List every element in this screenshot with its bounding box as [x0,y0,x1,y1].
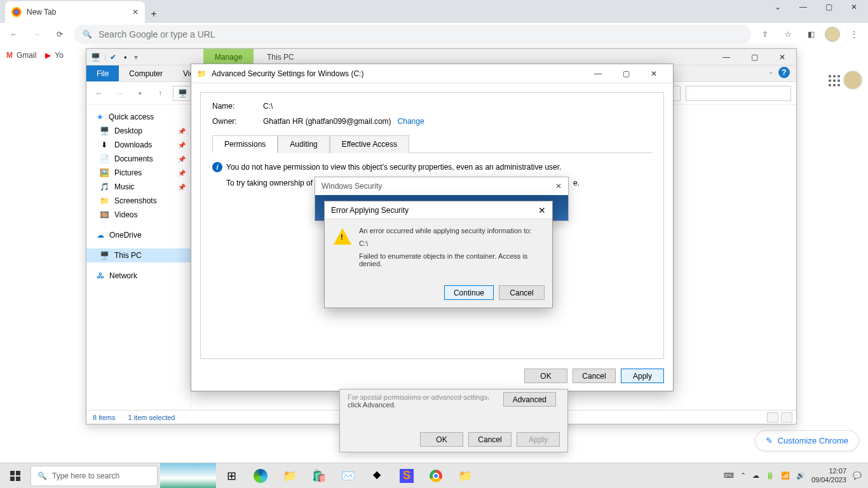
tab-effective-access[interactable]: Effective Access [330,135,409,153]
keyboard-icon[interactable]: ⌨ [724,471,734,480]
qat-dropdown-icon[interactable]: ▾ [134,53,138,62]
info-icon: i [212,162,222,172]
apply-button[interactable]: Apply [621,369,664,383]
customize-chrome-button[interactable]: ✎ Customize Chrome [755,430,859,451]
error-close-button[interactable]: ✕ [538,205,546,215]
chrome-profile-avatar[interactable] [825,27,840,42]
nav-up-button[interactable]: ↑ [153,86,168,101]
nav-back-button[interactable]: ← [92,86,107,101]
ribbon-expand-icon[interactable]: ⌄ [768,68,773,75]
volume-icon[interactable]: 🔊 [796,471,805,480]
forward-button[interactable]: → [28,25,46,43]
omnibox-input[interactable] [98,29,742,39]
edge-icon[interactable] [247,463,275,489]
advsec-maximize-button[interactable]: ▢ [612,64,640,83]
ok-button[interactable]: OK [420,432,463,447]
advsec-titlebar[interactable]: 📁 Advanced Security Settings for Windows… [191,64,673,83]
downloads-icon: ⬇ [99,140,109,150]
nav-item-music[interactable]: 🎵Music📌 [86,180,191,194]
nav-item-videos[interactable]: 🎞️Videos [86,208,191,222]
pin-icon: 📌 [178,170,186,177]
explorer-close-button[interactable]: ✕ [768,49,796,65]
nav-item-screenshots[interactable]: 📁Screenshots [86,194,191,208]
battery-icon[interactable]: 🔋 [766,471,775,480]
advanced-button[interactable]: Advanced [503,392,556,407]
chrome-icon[interactable] [422,463,450,489]
tab-auditing[interactable]: Auditing [278,135,329,153]
this-pc-icon: 🖥️ [177,88,187,98]
advsec-minimize-button[interactable]: — [584,64,612,83]
explorer-search-input[interactable] [686,86,791,101]
reload-button[interactable]: ⟳ [51,25,69,43]
nav-onedrive[interactable]: ☁OneDrive [86,228,191,242]
notifications-icon[interactable]: 💬 [853,471,862,480]
maximize-button[interactable]: ▢ [820,3,837,11]
cancel-button[interactable]: Cancel [499,285,545,300]
folder-task-icon[interactable]: 📁 [451,463,479,489]
taskbar-search[interactable]: 🔍 Type here to search [31,466,158,486]
cancel-button[interactable]: Cancel [573,369,616,383]
ribbon-tab-file[interactable]: File [86,65,119,81]
bookmark-gmail[interactable]: MGmail [6,51,36,60]
explorer-minimize-button[interactable]: — [712,49,740,65]
chevron-down-icon[interactable]: ⌄ [769,3,787,11]
qat-folder-icon[interactable]: ▪ [120,52,130,62]
task-view-button[interactable]: ⊞ [217,463,245,489]
cancel-button[interactable]: Cancel [468,432,512,447]
bookmark-star-icon[interactable]: ☆ [779,25,797,43]
sublime-icon[interactable]: S [393,463,421,489]
change-owner-link[interactable]: Change [398,117,424,126]
qat-divider: | [104,53,106,62]
nav-forward-button[interactable]: → [112,86,127,101]
name-value: C:\ [263,102,273,111]
bookmark-label: Yo [55,51,64,60]
close-window-button[interactable]: ✕ [845,3,863,11]
explorer-icon[interactable]: 📁 [276,463,304,489]
weather-widget[interactable] [160,463,216,489]
onedrive-tray-icon[interactable]: ☁ [752,471,759,480]
continue-button[interactable]: Continue [444,285,494,300]
side-panel-icon[interactable]: ◧ [802,25,820,43]
nav-item-pictures[interactable]: 🖼️Pictures📌 [86,166,191,180]
dropbox-icon[interactable]: ⯁ [363,463,391,489]
nav-this-pc[interactable]: 🖥️This PC [86,248,191,262]
nav-label: Quick access [109,112,154,121]
thumbnails-view-icon[interactable] [781,412,792,423]
chrome-menu-icon[interactable]: ⋮ [845,25,863,43]
start-button[interactable] [0,463,31,489]
winsec-close-button[interactable]: ✕ [555,182,562,191]
nav-recent-dropdown[interactable]: ▾ [132,86,147,101]
explorer-maximize-button[interactable]: ▢ [740,49,768,65]
bookmark-youtube[interactable]: ▶Yo [45,51,64,60]
mail-icon[interactable]: ✉️ [334,463,362,489]
error-titlebar[interactable]: Error Applying Security ✕ [325,201,552,219]
tray-overflow-icon[interactable]: ⌃ [740,471,746,480]
qat-checkmark-icon[interactable]: ✔ [110,53,116,62]
advsec-close-button[interactable]: ✕ [640,64,668,83]
nav-item-downloads[interactable]: ⬇Downloads📌 [86,138,191,152]
ok-button[interactable]: OK [524,369,567,383]
nav-item-desktop[interactable]: 🖥️Desktop📌 [86,124,191,138]
taskbar-clock[interactable]: 12:07 09/04/2023 [811,467,846,484]
help-icon[interactable]: ? [778,67,790,78]
details-view-icon[interactable] [767,412,778,423]
omnibox[interactable]: 🔍 [74,25,751,44]
nav-quick-access[interactable]: ★Quick access [86,110,191,124]
new-tab-button[interactable]: + [145,5,163,23]
back-button[interactable]: ← [5,25,23,43]
tab-permissions[interactable]: Permissions [212,135,278,153]
nav-item-documents[interactable]: 📄Documents📌 [86,152,191,166]
google-apps-icon[interactable] [829,75,840,86]
wifi-icon[interactable]: 📶 [781,471,790,480]
share-icon[interactable]: ⇪ [756,25,774,43]
store-icon[interactable]: 🛍️ [305,463,333,489]
chrome-top-bar: New Tab ✕ + ⌄ — ▢ ✕ ← → ⟳ 🔍 ⇪ ☆ ◧ ⋮ [0,0,868,46]
nav-label: Network [109,271,137,280]
nav-network[interactable]: 🖧Network [86,269,191,283]
winsec-titlebar[interactable]: Windows Security ✕ [315,177,568,195]
close-tab-icon[interactable]: ✕ [132,8,139,17]
chrome-tab-new[interactable]: New Tab ✕ [5,1,145,23]
google-account-avatar[interactable] [843,70,863,90]
minimize-button[interactable]: — [794,3,812,11]
ribbon-tab-computer[interactable]: Computer [119,65,173,81]
